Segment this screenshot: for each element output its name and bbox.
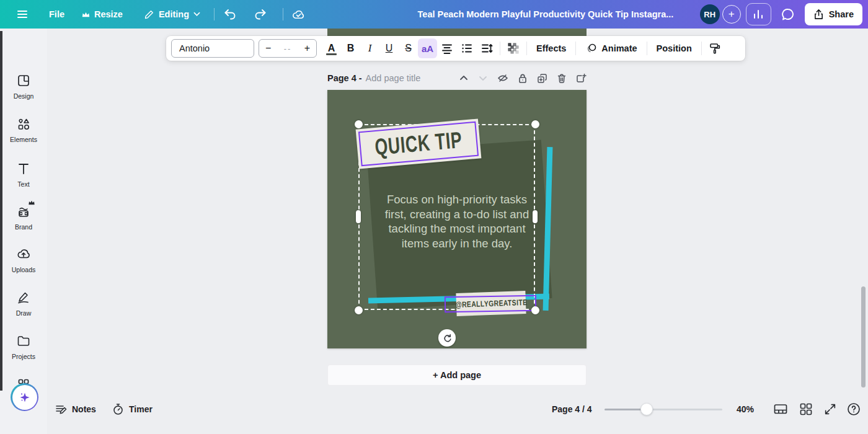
strikethrough-button[interactable]: S [399, 38, 418, 58]
sidebar-item-text[interactable]: Text [0, 161, 47, 188]
design-icon [16, 73, 31, 88]
add-page-icon [576, 73, 587, 84]
sidebar-item-projects[interactable]: Projects [0, 334, 47, 360]
font-size-increase-button[interactable]: + [304, 43, 310, 54]
page-title-input[interactable]: Add page title [366, 73, 421, 83]
selection-outline-handle [445, 295, 536, 313]
page-indicator-label: Page 4 / 4 [552, 404, 592, 414]
file-label: File [49, 9, 64, 19]
rotate-handle[interactable] [438, 329, 456, 347]
text-format-toolbar: Antonio − -- + A B I U S aA Effects Anim… [166, 36, 745, 61]
italic-button[interactable]: I [360, 38, 379, 58]
move-page-down-button[interactable] [478, 73, 488, 83]
grid-view-icon [799, 402, 813, 417]
rotate-icon [443, 334, 452, 343]
timer-button[interactable]: Timer [112, 403, 153, 415]
text-color-button[interactable]: A [322, 38, 341, 58]
insights-button[interactable] [746, 3, 771, 25]
ai-assistant-button[interactable] [11, 383, 38, 411]
notes-button[interactable]: Notes [55, 403, 96, 415]
text-align-button[interactable] [437, 38, 457, 58]
bullet-list-button[interactable] [457, 38, 477, 58]
present-button[interactable] [773, 401, 789, 417]
delete-page-button[interactable] [557, 73, 567, 84]
paint-roller-icon [708, 42, 722, 55]
undo-button[interactable] [223, 9, 237, 20]
lock-icon [518, 73, 528, 84]
document-title[interactable]: Teal Peach Modern Playful Productivity Q… [409, 9, 682, 19]
grid-view-button[interactable] [798, 401, 814, 417]
selection-handle-bottom-left[interactable] [355, 306, 363, 314]
fullscreen-button[interactable] [822, 401, 838, 417]
editing-mode-dropdown[interactable]: Editing [144, 9, 200, 20]
file-menu-button[interactable]: File [49, 9, 64, 19]
design-canvas-page-4[interactable]: QUICK TIP Focus on high-priority tasks f… [327, 90, 587, 348]
zoom-slider-thumb[interactable] [640, 403, 653, 415]
font-size-decrease-button[interactable]: − [265, 43, 271, 54]
eye-off-icon [497, 73, 508, 83]
sidebar-item-draw[interactable]: Draw [0, 290, 47, 317]
duplicate-icon [537, 73, 547, 84]
animate-button[interactable]: Animate [579, 42, 643, 55]
sidebar-item-brand[interactable]: Brand [0, 204, 47, 231]
selection-handle-left[interactable] [356, 210, 361, 223]
window-edge [0, 31, 2, 391]
chevron-up-icon [459, 73, 469, 83]
help-button[interactable] [846, 401, 862, 417]
comment-bubble-icon [781, 7, 795, 22]
resize-button[interactable]: Resize [82, 9, 123, 19]
redo-button[interactable] [254, 9, 267, 20]
comments-button[interactable] [776, 3, 800, 25]
move-page-up-button[interactable] [459, 73, 469, 83]
toolbar-divider [500, 42, 500, 55]
uppercase-toggle-button[interactable]: aA [418, 38, 437, 58]
main-menu-button[interactable] [16, 8, 29, 20]
underline-button[interactable]: U [379, 38, 399, 58]
copy-style-button[interactable] [705, 38, 725, 58]
left-sidebar: Design Elements Text Brand Uploads Draw [0, 29, 47, 434]
selection-handle-bottom-right[interactable] [531, 306, 539, 314]
line-spacing-icon [480, 42, 493, 55]
top-bar: File Resize Editing Teal Peach Modern Pl… [0, 0, 868, 29]
topbar-divider [283, 8, 283, 20]
cloud-check-icon [291, 8, 306, 20]
text-label: Text [17, 180, 29, 188]
sidebar-item-elements[interactable]: Elements [0, 117, 47, 143]
save-status-button[interactable] [291, 8, 306, 20]
bold-button[interactable]: B [341, 38, 360, 58]
invite-member-button[interactable]: + [722, 5, 741, 24]
design-label: Design [14, 92, 34, 100]
hide-page-button[interactable] [497, 73, 508, 83]
bullet-list-icon [461, 42, 473, 55]
duplicate-page-button[interactable] [537, 73, 547, 84]
align-center-icon [441, 42, 453, 55]
share-button[interactable]: Share [805, 3, 862, 25]
add-page-after-button[interactable] [576, 73, 587, 84]
selection-handle-right[interactable] [533, 210, 538, 223]
font-family-select[interactable]: Antonio [171, 39, 254, 58]
position-button[interactable]: Position [650, 43, 698, 53]
line-spacing-button[interactable] [477, 38, 497, 58]
transparency-button[interactable] [503, 38, 523, 58]
vertical-scrollbar[interactable] [861, 286, 866, 388]
presentation-icon [773, 402, 788, 417]
selection-handle-top-left[interactable] [355, 120, 363, 128]
sidebar-item-uploads[interactable]: Uploads [0, 247, 47, 273]
add-page-button[interactable]: + Add page [327, 365, 587, 386]
uploads-label: Uploads [12, 266, 36, 273]
sidebar-item-design[interactable]: Design [0, 73, 47, 100]
toolbar-divider [647, 42, 647, 55]
selection-handle-top-right[interactable] [531, 120, 539, 128]
lock-page-button[interactable] [518, 73, 528, 84]
crown-icon [82, 11, 90, 18]
zoom-slider[interactable] [604, 403, 722, 415]
zoom-level[interactable]: 40% [737, 404, 754, 414]
font-name: Antonio [179, 43, 210, 53]
projects-label: Projects [12, 353, 35, 360]
hamburger-icon [16, 8, 29, 20]
share-label: Share [829, 9, 854, 19]
zoom-slider-track [647, 409, 722, 410]
font-size-value[interactable]: -- [284, 44, 292, 53]
avatar[interactable]: RH [700, 4, 720, 24]
effects-button[interactable]: Effects [530, 43, 572, 53]
